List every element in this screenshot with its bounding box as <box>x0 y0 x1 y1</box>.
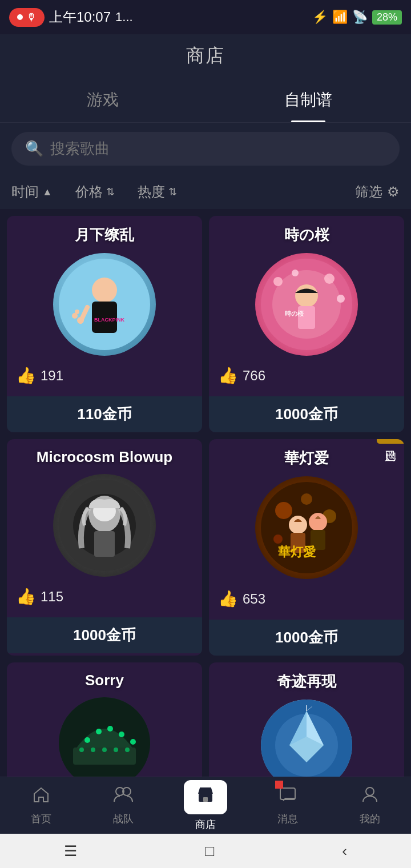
message-icon <box>279 786 297 809</box>
card1-artwork: BLACKPINK <box>53 253 156 356</box>
card3-stats: 👍 115 <box>16 585 193 608</box>
card2-artwork: 時の桜 <box>255 253 358 356</box>
shop-icon <box>196 787 215 808</box>
svg-point-5 <box>77 317 84 324</box>
card4-image-wrap: 華灯愛 <box>218 476 395 579</box>
nav-home-label: 首页 <box>31 812 51 826</box>
svg-rect-15 <box>298 306 315 329</box>
tab-custom[interactable]: 自制谱 <box>206 78 411 122</box>
card3-inner: Microcosm Blowup <box>7 439 202 617</box>
svg-rect-21 <box>94 531 115 557</box>
card2-inner: 時の桜 <box>209 216 404 396</box>
svg-point-14 <box>295 284 318 307</box>
card4-inner: 華灯爱 <box>209 439 404 620</box>
home-icon <box>32 786 50 809</box>
purchased-badge: 已购 <box>377 439 404 444</box>
card3-image <box>53 474 156 577</box>
svg-text:時の桜: 時の桜 <box>285 310 304 317</box>
status-right: ⚡ 📶 📡 28% <box>312 10 402 25</box>
svg-point-40 <box>91 748 95 752</box>
song-card-1[interactable]: 月下缭乱 BLACKPINK <box>7 216 202 432</box>
card5-image-wrap <box>16 697 193 789</box>
svg-point-25 <box>301 493 312 505</box>
svg-point-38 <box>130 739 136 745</box>
card4-image: 華灯愛 <box>255 476 358 579</box>
sort-time-arrow: ▲ <box>42 186 53 198</box>
svg-point-11 <box>292 270 299 276</box>
profile-icon <box>361 786 379 809</box>
nav-shop[interactable]: 商店 <box>164 777 247 834</box>
sys-home-button[interactable]: □ <box>205 842 214 860</box>
sys-menu-button[interactable]: ☰ <box>64 842 77 860</box>
card1-image-wrap: BLACKPINK <box>16 253 193 356</box>
card3-price: 1000金币 <box>7 617 202 653</box>
nav-team[interactable]: 战队 <box>82 777 164 834</box>
card1-title: 月下缭乱 <box>16 225 193 245</box>
sort-price[interactable]: 价格 ⇅ <box>75 183 115 201</box>
signal-icon: 📶 <box>332 10 348 25</box>
search-icon: 🔍 <box>25 140 43 158</box>
card5-image <box>59 697 150 789</box>
svg-point-12 <box>324 274 335 284</box>
sort-heat-arrow: ⇅ <box>168 186 177 198</box>
card4-title: 華灯爱 <box>218 448 395 468</box>
nav-team-label: 战队 <box>113 812 134 826</box>
nav-messages[interactable]: 消息 <box>247 777 329 834</box>
search-container: 🔍 <box>0 123 411 175</box>
sort-price-arrow: ⇅ <box>106 186 115 198</box>
svg-point-37 <box>119 732 124 737</box>
card2-stats: 👍 766 <box>218 364 395 387</box>
nav-shop-label: 商店 <box>195 818 216 831</box>
page-header: 商店 <box>0 34 411 78</box>
nav-home[interactable]: 首页 <box>0 777 82 834</box>
record-button[interactable]: 🎙 <box>9 8 45 27</box>
svg-point-1 <box>92 278 117 303</box>
song-card-3[interactable]: Microcosm Blowup <box>7 439 202 656</box>
card3-thumb-icon: 👍 <box>16 587 36 606</box>
card1-thumb-icon: 👍 <box>16 366 36 385</box>
system-navigation: ☰ □ ‹ <box>0 834 411 868</box>
card3-artwork <box>53 474 156 577</box>
card2-title: 時の桜 <box>218 225 395 245</box>
svg-point-23 <box>275 502 292 519</box>
song-card-2[interactable]: 時の桜 <box>209 216 404 432</box>
card1-price: 110金币 <box>7 396 202 432</box>
status-signal: 1... <box>115 10 133 25</box>
status-time: 上午10:07 <box>49 8 111 26</box>
svg-point-35 <box>96 729 102 734</box>
sort-bar: 时间 ▲ 价格 ⇅ 热度 ⇅ 筛选 ⚙ <box>0 175 411 209</box>
card4-stats: 👍 653 <box>218 587 395 610</box>
card4-price: 1000金币 <box>209 620 404 656</box>
sort-time[interactable]: 时间 ▲ <box>11 183 53 201</box>
card1-image: BLACKPINK <box>53 253 156 356</box>
mic-icon: 🎙 <box>26 11 37 23</box>
card3-likes: 115 <box>41 589 63 605</box>
nav-profile[interactable]: 我的 <box>329 777 411 834</box>
search-input[interactable] <box>50 140 386 158</box>
card5-title: Sorry <box>16 672 193 689</box>
notification-dot <box>275 781 283 789</box>
search-bar[interactable]: 🔍 <box>11 132 400 166</box>
sys-back-button[interactable]: ‹ <box>342 842 347 860</box>
song-card-4[interactable]: 已购 華灯爱 <box>209 439 404 656</box>
card6-title: 奇迹再现 <box>218 672 395 692</box>
nav-profile-label: 我的 <box>360 812 380 826</box>
bluetooth-icon: ⚡ <box>312 10 328 25</box>
card1-likes: 191 <box>41 368 63 384</box>
card1-stats: 👍 191 <box>16 364 193 387</box>
team-icon <box>113 786 134 809</box>
tab-games[interactable]: 游戏 <box>0 78 206 122</box>
svg-text:華灯愛: 華灯愛 <box>278 545 316 559</box>
sort-heat[interactable]: 热度 ⇅ <box>138 183 177 201</box>
svg-rect-54 <box>203 797 208 802</box>
nav-messages-label: 消息 <box>277 812 298 826</box>
card4-likes: 653 <box>243 591 265 607</box>
nav-shop-bg <box>184 780 227 814</box>
filter-button[interactable]: 筛选 ⚙ <box>355 183 400 201</box>
filter-icon: ⚙ <box>387 184 400 200</box>
song-grid: 月下缭乱 BLACKPINK <box>0 209 411 818</box>
card4-thumb-icon: 👍 <box>218 589 238 608</box>
svg-point-10 <box>273 277 283 286</box>
status-left: 🎙 上午10:07 1... <box>9 8 133 27</box>
svg-point-29 <box>309 513 327 531</box>
